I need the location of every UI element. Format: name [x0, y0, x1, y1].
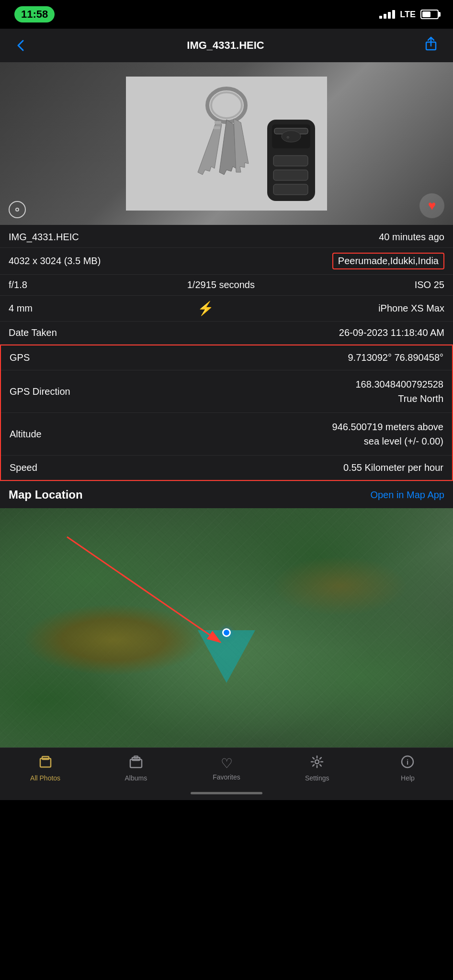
dimensions-row: 4032 x 3024 (3.5 MB) Peerumade,Idukki,In…	[0, 248, 453, 275]
battery-icon	[420, 10, 439, 19]
tab-albums[interactable]: Albums	[91, 755, 181, 782]
photo-placeholder: ○	[0, 62, 453, 225]
favorites-label: Favorites	[213, 773, 240, 781]
svg-text:i: i	[407, 758, 408, 766]
info-section: IMG_4331.HEIC 40 minutes ago 4032 x 3024…	[0, 225, 453, 747]
help-icon: i	[400, 755, 415, 772]
altitude-value: 946.500719 meters above sea level (+/- 0…	[332, 420, 443, 448]
direction-cone	[198, 630, 255, 683]
filename-row: IMG_4331.HEIC 40 minutes ago	[0, 225, 453, 248]
albums-icon	[129, 755, 143, 772]
camera-settings-row: f/1.8 1/2915 seconds ISO 25	[0, 275, 453, 296]
settings-label: Settings	[305, 774, 329, 782]
back-button[interactable]	[14, 39, 28, 52]
date-taken-row: Date Taken 26-09-2023 11:18:40 AM	[0, 322, 453, 345]
shutter-value: 1/2915 seconds	[187, 279, 255, 290]
gps-direction-label: GPS Direction	[10, 386, 70, 397]
map-header: Map Location Open in Map App	[0, 481, 453, 508]
tab-favorites[interactable]: ♡ Favorites	[181, 756, 272, 781]
gps-row: GPS 9.713092° 76.890458°	[1, 345, 452, 370]
date-taken-label: Date Taken	[9, 327, 57, 338]
gps-label: GPS	[10, 352, 30, 363]
speed-value: 0.55 Kilometer per hour	[343, 462, 443, 473]
gps-section: GPS 9.713092° 76.890458° GPS Direction 1…	[0, 345, 453, 481]
altitude-label: Altitude	[10, 429, 42, 440]
page-title: IMG_4331.HEIC	[187, 39, 264, 52]
heart-icon: ♥	[428, 198, 436, 213]
svg-rect-4	[215, 121, 221, 124]
speed-row: Speed 0.55 Kilometer per hour	[1, 456, 452, 480]
svg-text:○: ○	[286, 134, 289, 140]
focus-indicator	[9, 201, 26, 218]
status-right: LTE	[379, 10, 439, 20]
map-area[interactable]	[0, 508, 453, 747]
gps-direction-value: 168.3048400792528 True North	[355, 377, 443, 406]
speed-label: Speed	[10, 462, 37, 473]
svg-rect-11	[273, 170, 308, 180]
map-title: Map Location	[9, 488, 83, 501]
device-value: iPhone XS Max	[378, 303, 444, 314]
status-time: 11:58	[14, 6, 55, 22]
gps-direction-row: GPS Direction 168.3048400792528 True Nor…	[1, 370, 452, 413]
status-bar: 11:58 LTE	[0, 0, 453, 29]
date-taken-value: 26-09-2023 11:18:40 AM	[339, 327, 444, 338]
favorites-icon: ♡	[221, 756, 233, 771]
flash-off-icon: ⚡	[197, 301, 214, 316]
location-value: Peerumade,Idukki,India	[332, 253, 444, 269]
svg-rect-10	[273, 156, 308, 166]
filename-label: IMG_4331.HEIC	[9, 232, 79, 243]
nav-bar: IMG_4331.HEIC	[0, 29, 453, 62]
timestamp-value: 40 minutes ago	[379, 232, 444, 243]
dimensions-label: 4032 x 3024 (3.5 MB)	[9, 256, 101, 267]
svg-rect-5	[214, 126, 220, 129]
help-label: Help	[401, 774, 415, 782]
photo-content: ○	[126, 77, 327, 211]
gps-value: 9.713092° 76.890458°	[348, 352, 443, 363]
tab-help[interactable]: i Help	[362, 755, 453, 782]
svg-point-22	[315, 760, 319, 764]
tab-settings[interactable]: Settings	[272, 755, 362, 782]
albums-label: Albums	[125, 774, 147, 782]
photo-display: ○ ♥	[0, 62, 453, 225]
all-photos-label: All Photos	[30, 774, 60, 782]
iso-value: ISO 25	[415, 279, 444, 290]
aperture-value: f/1.8	[9, 279, 27, 290]
signal-bars	[379, 10, 395, 19]
settings-icon	[310, 755, 324, 772]
home-indicator	[0, 786, 453, 800]
all-photos-icon	[38, 755, 53, 772]
altitude-row: Altitude 946.500719 meters above sea lev…	[1, 413, 452, 456]
share-button[interactable]	[423, 36, 439, 55]
focal-length-value: 4 mm	[9, 303, 33, 314]
tab-all-photos[interactable]: All Photos	[0, 755, 91, 782]
svg-point-13	[282, 131, 301, 142]
open-map-link[interactable]: Open in Map App	[370, 490, 444, 501]
lte-label: LTE	[400, 10, 416, 20]
location-dot	[222, 628, 231, 637]
favorite-button[interactable]: ♥	[419, 193, 444, 218]
svg-rect-12	[273, 184, 308, 195]
focal-row: 4 mm ⚡ iPhone XS Max	[0, 296, 453, 322]
tab-bar: All Photos Albums ♡ Favorites Settings	[0, 747, 453, 786]
